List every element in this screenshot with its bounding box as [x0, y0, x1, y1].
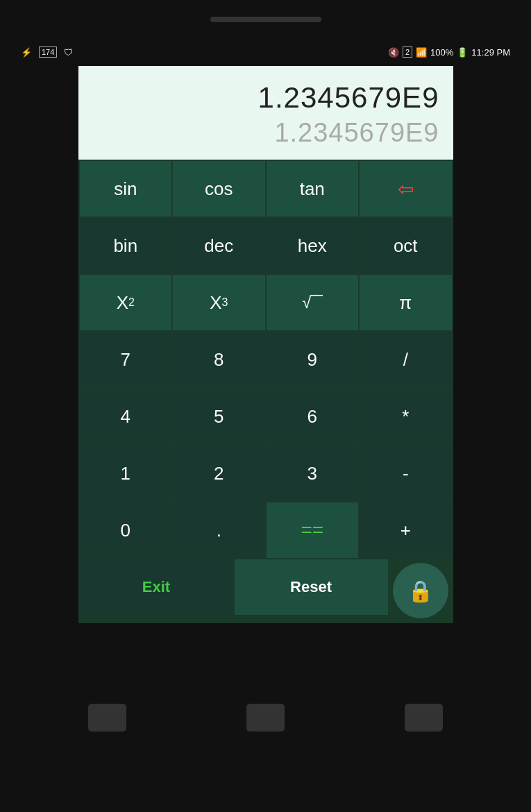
battery-icon: 🔋 — [457, 47, 468, 58]
button-9[interactable]: 9 — [267, 332, 359, 387]
clock: 11:29 PM — [471, 47, 510, 58]
usb-icon: ⚡ — [21, 47, 32, 58]
calculator: 1.2345679E9 1.2345679E9 sin cos tan ⇦ bi… — [78, 66, 453, 623]
button-4[interactable]: 4 — [80, 389, 172, 444]
button-6[interactable]: 6 — [267, 389, 359, 444]
equals-icon: == — [301, 519, 323, 541]
lock-button[interactable]: 🔒 — [393, 563, 448, 618]
button-5[interactable]: 5 — [173, 389, 265, 444]
battery-percent: 100% — [430, 47, 453, 58]
divide-button[interactable]: / — [360, 332, 452, 387]
exit-button[interactable]: Exit — [80, 559, 233, 615]
oct-button[interactable]: oct — [360, 218, 452, 273]
phone-top-bar — [0, 0, 531, 38]
tan-button[interactable]: tan — [267, 161, 359, 217]
lock-icon: 🔒 — [407, 579, 433, 603]
pi-button[interactable]: π — [360, 275, 452, 330]
backspace-icon: ⇦ — [398, 178, 414, 201]
phone-frame: ⚡ 174 🛡 🔇 2 📶 100% 🔋 11:29 PM 1.2345679E… — [0, 0, 531, 812]
decimal-button[interactable]: . — [173, 502, 265, 558]
hex-button[interactable]: hex — [267, 218, 359, 273]
button-8[interactable]: 8 — [173, 332, 265, 387]
button-row-6: 1 2 3 - — [80, 446, 452, 501]
button-2[interactable]: 2 — [173, 446, 265, 501]
button-row-2: bin dec hex oct — [80, 218, 452, 273]
shield-icon: 🛡 — [64, 47, 73, 58]
button-row-5: 4 5 6 * — [80, 389, 452, 444]
button-0[interactable]: 0 — [80, 502, 172, 558]
reset-button[interactable]: Reset — [235, 559, 388, 615]
sim-icon: 2 — [403, 46, 412, 58]
button-1[interactable]: 1 — [80, 446, 172, 501]
add-button[interactable]: + — [360, 502, 452, 558]
display-secondary-value: 1.2345679E9 — [274, 118, 439, 148]
backspace-button[interactable]: ⇦ — [360, 161, 452, 217]
nav-home-button[interactable] — [246, 704, 285, 731]
status-bar: ⚡ 174 🛡 🔇 2 📶 100% 🔋 11:29 PM — [0, 38, 531, 66]
status-left-icons: ⚡ 174 🛡 — [21, 46, 73, 58]
square-button[interactable]: X2 — [80, 275, 172, 330]
button-row-4: 7 8 9 / — [80, 332, 452, 387]
button-7[interactable]: 7 — [80, 332, 172, 387]
display-main-value: 1.2345679E9 — [258, 81, 439, 115]
cube-button[interactable]: X3 — [173, 275, 265, 330]
status-right-icons: 🔇 2 📶 100% 🔋 11:29 PM — [388, 46, 510, 58]
button-3[interactable]: 3 — [267, 446, 359, 501]
nav-back-button[interactable] — [88, 704, 126, 731]
bin-button[interactable]: bin — [80, 218, 172, 273]
sqrt-button[interactable]: √‾‾ — [267, 275, 359, 330]
equals-button[interactable]: == — [267, 502, 359, 558]
nav-recents-button[interactable] — [405, 704, 443, 731]
button-row-7: 0 . == + — [80, 502, 452, 558]
display-area: 1.2345679E9 1.2345679E9 — [78, 66, 453, 160]
subtract-button[interactable]: - — [360, 446, 452, 501]
multiply-button[interactable]: * — [360, 389, 452, 444]
speaker-grill — [210, 17, 321, 22]
phone-bottom-nav — [0, 623, 531, 812]
bottom-bar: Exit Reset 🔒 — [78, 559, 453, 623]
cos-button[interactable]: cos — [173, 161, 265, 217]
sin-button[interactable]: sin — [80, 161, 172, 217]
buttons-grid: sin cos tan ⇦ bin dec hex oct X2 X3 √‾‾ … — [78, 160, 453, 559]
battery-info-icon: 174 — [39, 46, 57, 58]
button-row-1: sin cos tan ⇦ — [80, 161, 452, 217]
dec-button[interactable]: dec — [173, 218, 265, 273]
button-row-3: X2 X3 √‾‾ π — [80, 275, 452, 330]
signal-icon: 📶 — [416, 47, 427, 58]
mute-icon: 🔇 — [388, 47, 399, 58]
